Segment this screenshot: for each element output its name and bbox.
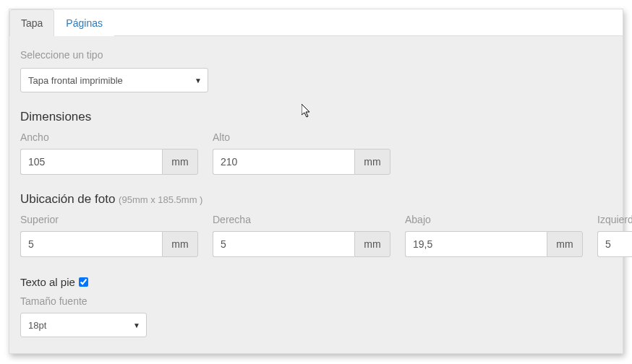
photo-location-title: Ubicación de foto (95mm x 185.5mm ) xyxy=(20,192,612,207)
right-input-group: mm xyxy=(213,231,390,257)
panel-body: Seleccione un tipo Tapa frontal imprimib… xyxy=(9,36,623,353)
right-field: Derecha mm xyxy=(213,214,390,257)
tab-tapa[interactable]: Tapa xyxy=(9,9,54,36)
height-unit: mm xyxy=(354,149,390,175)
photo-size-hint: (95mm x 185.5mm ) xyxy=(119,194,202,205)
top-field: Superior mm xyxy=(20,214,198,257)
top-input-group: mm xyxy=(20,231,198,257)
settings-panel: Tapa Páginas Seleccione un tipo Tapa fro… xyxy=(9,9,623,354)
height-input[interactable] xyxy=(213,149,354,175)
photo-title-text: Ubicación de foto xyxy=(20,192,115,206)
top-input[interactable] xyxy=(20,231,162,257)
height-input-group: mm xyxy=(213,149,390,175)
footer-text-label: Texto al pie xyxy=(20,276,75,288)
left-input[interactable] xyxy=(597,231,632,257)
width-field: Ancho mm xyxy=(20,131,198,175)
left-field: Izquierda mm xyxy=(597,214,632,257)
type-label: Seleccione un tipo xyxy=(20,49,612,61)
width-unit: mm xyxy=(162,149,198,175)
footer-text-row: Texto al pie xyxy=(20,276,612,288)
dimensions-row: Ancho mm Alto mm xyxy=(20,131,612,175)
width-label: Ancho xyxy=(20,131,198,143)
right-unit: mm xyxy=(354,231,390,257)
bottom-input[interactable] xyxy=(405,231,547,257)
bottom-unit: mm xyxy=(547,231,583,257)
type-select-wrap: Tapa frontal imprimible ▼ xyxy=(20,68,208,92)
width-input[interactable] xyxy=(20,149,162,175)
bottom-field: Abajo mm xyxy=(405,214,583,257)
right-label: Derecha xyxy=(213,214,390,225)
footer-text-checkbox[interactable] xyxy=(79,277,88,287)
width-input-group: mm xyxy=(20,149,198,175)
height-field: Alto mm xyxy=(213,131,390,175)
bottom-label: Abajo xyxy=(405,214,583,225)
font-size-select[interactable]: 18pt xyxy=(21,313,146,337)
type-select[interactable]: Tapa frontal imprimible xyxy=(21,69,208,92)
photo-row: Superior mm Derecha mm Abajo mm xyxy=(20,214,612,257)
tab-bar: Tapa Páginas xyxy=(9,9,623,36)
left-label: Izquierda xyxy=(597,214,632,225)
font-size-select-wrap: 18pt ▼ xyxy=(20,313,147,337)
bottom-input-group: mm xyxy=(405,231,583,257)
top-unit: mm xyxy=(162,231,198,257)
right-input[interactable] xyxy=(213,231,354,257)
top-label: Superior xyxy=(20,214,198,225)
height-label: Alto xyxy=(213,131,390,143)
tab-paginas[interactable]: Páginas xyxy=(54,9,114,36)
left-input-group: mm xyxy=(597,231,632,257)
dimensions-title: Dimensiones xyxy=(20,110,612,124)
font-size-label: Tamaño fuente xyxy=(20,295,612,307)
